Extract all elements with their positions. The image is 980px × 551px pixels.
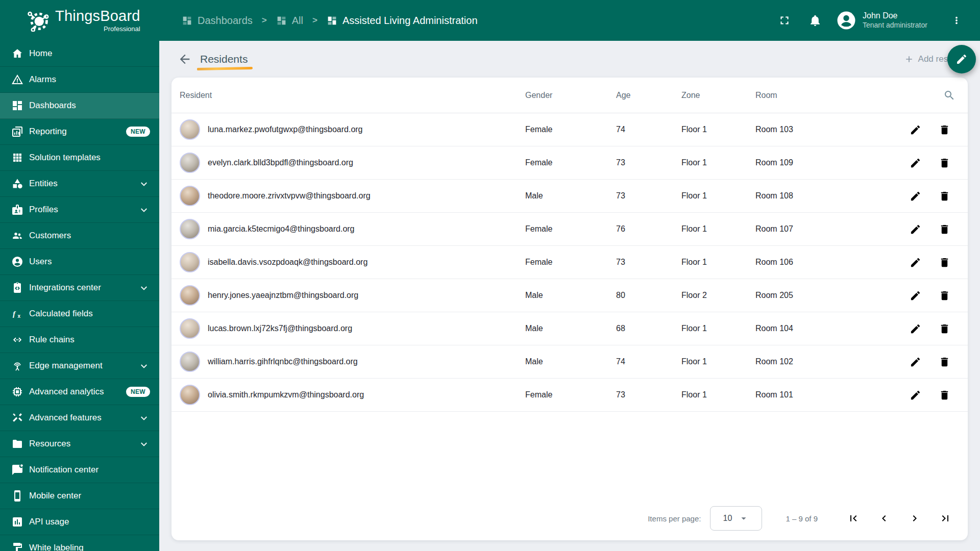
sidebar-nav: Home Alarms Dashboards Reporting NEW Sol… [0,41,159,551]
breadcrumb: Dashboards > All > Assisted Living Admin… [182,15,478,27]
previous-page-button[interactable] [878,512,890,524]
resident-email: william.harris.gihfrlqnbc@thingsboard.or… [208,357,358,366]
sidebar-item-advanced-features[interactable]: Advanced features [0,405,159,431]
sidebar-item-mobile-center[interactable]: Mobile center [0,483,159,509]
edit-resident-button[interactable] [910,389,921,401]
table-row[interactable]: olivia.smith.rkmpumkzvm@thingsboard.org … [172,379,968,412]
room-cell: Room 109 [755,158,873,167]
sidebar-item-label: Calculated fields [29,309,93,319]
table-row[interactable]: evelyn.clark.blld3bpdfl@thingsboard.org … [172,146,968,180]
svg-text:x: x [18,313,21,319]
column-header-zone[interactable]: Zone [681,91,755,100]
chevron-down-icon [138,282,150,294]
rule-chains-icon [11,334,23,346]
dashboards-icon [11,99,23,112]
resident-email: mia.garcia.k5tecmigo4@thingsboard.org [208,224,355,234]
dashboard-icon [182,15,192,26]
api-usage-icon [11,516,23,528]
table-row[interactable]: theodore.moore.zrivxtvpvw@thingsboard.or… [172,180,968,213]
table-row[interactable]: luna.markez.pwofutgwxp@thingsboard.org F… [172,113,968,146]
edit-resident-button[interactable] [910,323,921,335]
calculated-fields-icon: fx [11,308,23,320]
resident-avatar [180,252,200,272]
breadcrumb-dashboards[interactable]: Dashboards [182,15,253,27]
first-page-button[interactable] [847,512,860,524]
user-role: Tenant administrator [863,21,939,30]
sidebar-item-dashboards[interactable]: Dashboards [0,93,159,119]
sidebar-item-notification-center[interactable]: Notification center [0,457,159,483]
delete-resident-button[interactable] [939,190,950,202]
table-row[interactable]: henry.jones.yaeajnztbm@thingsboard.org M… [172,279,968,312]
delete-resident-button[interactable] [939,223,950,235]
new-badge: NEW [126,127,150,137]
edit-resident-button[interactable] [910,257,921,268]
notifications-button[interactable] [808,14,822,27]
sidebar-item-label: Alarms [29,74,56,85]
column-header-room[interactable]: Room [755,91,873,100]
sidebar-item-integrations-center[interactable]: Integrations center [0,275,159,301]
breadcrumb-separator: > [312,15,317,26]
breadcrumb-all[interactable]: All [276,15,303,27]
sidebar-item-label: Resources [29,439,70,449]
sidebar-item-customers[interactable]: Customers [0,223,159,249]
sidebar-item-label: White labeling [29,543,84,551]
last-page-button[interactable] [939,512,951,524]
edit-resident-button[interactable] [910,356,921,368]
fullscreen-button[interactable] [778,14,791,27]
sidebar-item-calculated-fields[interactable]: fx Calculated fields [0,301,159,327]
paginator: Items per page: 10 1 – 9 of 9 [172,496,968,540]
delete-resident-button[interactable] [939,389,950,401]
column-header-age[interactable]: Age [616,91,681,100]
sidebar-item-resources[interactable]: Resources [0,431,159,457]
next-page-button[interactable] [909,512,921,524]
solution-templates-icon [11,152,23,164]
edit-resident-button[interactable] [910,223,921,235]
table-row[interactable]: lucas.brown.lxj72ks7fj@thingsboard.org M… [172,312,968,345]
age-cell: 73 [616,258,681,267]
resident-email: evelyn.clark.blld3bpdfl@thingsboard.org [208,158,353,167]
sidebar-item-home[interactable]: Home [0,41,159,67]
zone-cell: Floor 1 [681,224,755,234]
edit-resident-button[interactable] [910,290,921,302]
pencil-icon [955,53,968,65]
delete-resident-button[interactable] [939,257,950,268]
sidebar-item-api-usage[interactable]: API usage [0,509,159,535]
delete-resident-button[interactable] [939,356,950,368]
sidebar-item-white-labeling[interactable]: White labeling [0,535,159,551]
delete-resident-button[interactable] [939,323,950,335]
sidebar-item-label: Notification center [29,465,99,475]
breadcrumb-current-dashboard[interactable]: Assisted Living Administration [327,15,478,27]
table-row[interactable]: william.harris.gihfrlqnbc@thingsboard.or… [172,345,968,379]
sidebar-item-alarms[interactable]: Alarms [0,67,159,93]
sidebar-item-profiles[interactable]: Profiles [0,197,159,223]
table-header-row: Resident Gender Age Zone Room [172,78,968,113]
sidebar-item-solution-templates[interactable]: Solution templates [0,145,159,171]
resident-avatar [180,352,200,372]
back-button[interactable] [178,52,192,66]
delete-resident-button[interactable] [939,124,950,136]
search-icon[interactable] [943,89,955,102]
table-row[interactable]: isabella.davis.vsozpdoaqk@thingsboard.or… [172,246,968,279]
user-info[interactable]: John Doe Tenant administrator [863,11,939,30]
sidebar-item-advanced-analytics[interactable]: Advanced analytics NEW [0,379,159,405]
sidebar-item-users[interactable]: Users [0,249,159,275]
room-cell: Room 102 [755,357,873,366]
column-header-gender[interactable]: Gender [525,91,616,100]
more-menu-button[interactable] [950,14,963,27]
table-row[interactable]: mia.garcia.k5tecmigo4@thingsboard.org Fe… [172,213,968,246]
edit-resident-button[interactable] [910,124,921,136]
sidebar-item-entities[interactable]: Entities [0,171,159,197]
edit-dashboard-fab[interactable] [947,45,976,73]
sidebar-item-edge-management[interactable]: Edge management [0,353,159,379]
thingsboard-logo[interactable]: ThingsBoard Professional [0,9,159,32]
sidebar-item-reporting[interactable]: Reporting NEW [0,119,159,145]
delete-resident-button[interactable] [939,157,950,169]
user-avatar[interactable] [836,10,856,31]
sidebar-item-label: Dashboards [29,101,76,111]
column-header-resident[interactable]: Resident [180,91,525,100]
edit-resident-button[interactable] [910,190,921,202]
delete-resident-button[interactable] [939,290,950,302]
sidebar-item-rule-chains[interactable]: Rule chains [0,327,159,353]
page-size-select[interactable]: 10 [710,506,762,531]
edit-resident-button[interactable] [910,157,921,169]
